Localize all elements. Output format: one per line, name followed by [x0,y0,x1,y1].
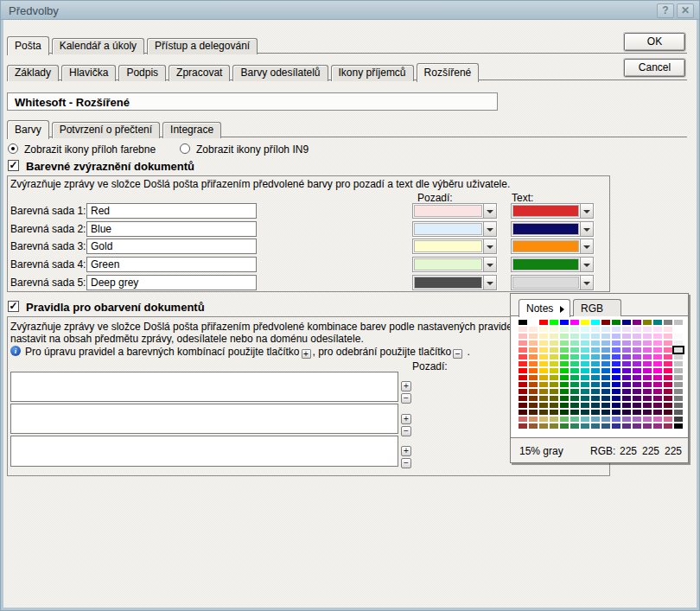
palette-swatch[interactable] [622,410,631,415]
palette-swatch[interactable] [581,417,589,422]
palette-swatch[interactable] [643,347,652,353]
palette-swatch[interactable] [519,403,527,408]
palette-swatch[interactable] [601,341,610,346]
palette-swatch[interactable] [633,354,641,360]
palette-swatch[interactable] [612,389,620,394]
rule-input-1[interactable] [10,372,398,402]
palette-swatch[interactable] [674,320,683,325]
palette-swatch[interactable] [633,334,641,339]
tab-integrace[interactable]: Integrace [162,122,221,138]
palette-swatch[interactable] [612,327,620,332]
tab-zpracovat[interactable]: Zpracovat [169,65,230,81]
color-set-name-input[interactable] [86,275,257,290]
palette-swatch[interactable] [612,417,620,422]
palette-swatch[interactable] [622,403,631,408]
palette-swatch[interactable] [550,410,558,415]
palette-swatch[interactable] [539,403,548,408]
palette-swatch[interactable] [601,375,610,380]
palette-swatch[interactable] [674,334,683,339]
palette-swatch[interactable] [633,368,641,373]
palette-swatch[interactable] [581,423,589,429]
bg-color-dropdown[interactable] [412,275,497,290]
palette-swatch[interactable] [653,423,662,429]
tab-pristup-a-delegovani[interactable]: Přístup a delegování [147,38,258,54]
tab-barvy-odesilatelu[interactable]: Barvy odesílatelů [232,65,328,81]
palette-swatch[interactable] [591,403,600,408]
palette-swatch[interactable] [519,375,527,380]
palette-swatch[interactable] [591,327,600,332]
palette-swatch[interactable] [653,389,662,394]
palette-swatch[interactable] [601,361,610,366]
palette-swatch[interactable] [581,327,589,332]
palette-swatch[interactable] [601,334,610,339]
palette-swatch[interactable] [612,361,620,366]
palette-swatch[interactable] [560,361,569,366]
palette-swatch[interactable] [529,375,538,380]
palette-swatch[interactable] [519,327,527,332]
palette-swatch[interactable] [539,389,548,394]
palette-swatch[interactable] [550,354,558,360]
palette-swatch[interactable] [560,396,569,401]
palette-swatch[interactable] [664,354,672,360]
dropdown-button[interactable] [483,258,496,271]
palette-swatch[interactable] [539,423,548,429]
tab-rozsirene[interactable]: Rozšířené [417,63,480,82]
palette-swatch[interactable] [633,375,641,380]
palette-swatch[interactable] [653,327,662,332]
palette-swatch[interactable] [529,417,538,422]
palette-swatch[interactable] [664,423,672,429]
palette-swatch[interactable] [643,320,652,325]
palette-swatch[interactable] [591,382,600,387]
palette-swatch[interactable] [560,389,569,394]
color-set-name-input[interactable] [86,221,257,237]
palette-swatch[interactable] [622,320,631,325]
palette-swatch[interactable] [622,389,631,394]
palette-swatch[interactable] [653,341,662,346]
palette-swatch[interactable] [601,382,610,387]
palette-swatch[interactable] [643,403,652,408]
palette-swatch[interactable] [570,389,579,394]
rules-checkbox[interactable]: ✓ [8,301,19,312]
palette-swatch[interactable] [570,334,579,339]
palette-swatch[interactable] [529,341,538,346]
palette-swatch[interactable] [622,347,631,353]
palette-swatch[interactable] [591,361,600,366]
palette-swatch[interactable] [643,354,652,360]
palette-swatch[interactable] [653,375,662,380]
palette-swatch[interactable] [581,354,589,360]
dropdown-button[interactable] [580,276,593,290]
radio-attachment-color[interactable] [8,143,18,154]
rule2-remove-button[interactable]: − [401,426,411,436]
palette-swatch[interactable] [612,368,620,373]
palette-swatch[interactable] [643,361,652,366]
palette-swatch[interactable] [550,396,558,401]
palette-swatch[interactable] [674,375,683,380]
palette-swatch[interactable] [601,410,610,415]
palette-swatch[interactable] [570,375,579,380]
tab-ikony-prijemcu[interactable]: Ikony příjemců [331,65,414,81]
color-set-name-input[interactable] [86,257,257,272]
palette-swatch[interactable] [622,375,631,380]
palette-swatch[interactable] [633,389,641,394]
palette-swatch[interactable] [550,417,558,422]
text-color-dropdown[interactable] [511,257,594,272]
color-set-name-input[interactable] [86,239,257,254]
palette-swatch[interactable] [550,382,558,387]
palette-swatch[interactable] [570,347,579,353]
help-button[interactable]: ? [657,3,674,18]
palette-swatch[interactable] [560,327,569,332]
palette-swatch[interactable] [612,382,620,387]
palette-swatch[interactable] [643,389,652,394]
palette-swatch[interactable] [643,382,652,387]
palette-swatch[interactable] [622,327,631,332]
palette-swatch[interactable] [591,368,600,373]
palette-swatch[interactable] [674,327,683,332]
palette-swatch[interactable] [643,423,652,429]
palette-swatch[interactable] [664,389,672,394]
tab-potvrzeni-o-precteni[interactable]: Potvrzení o přečtení [52,122,160,138]
palette-swatch[interactable] [570,423,579,429]
palette-swatch[interactable] [519,389,527,394]
palette-swatch[interactable] [581,361,589,366]
palette-swatch[interactable] [570,417,579,422]
palette-swatch[interactable] [529,382,538,387]
